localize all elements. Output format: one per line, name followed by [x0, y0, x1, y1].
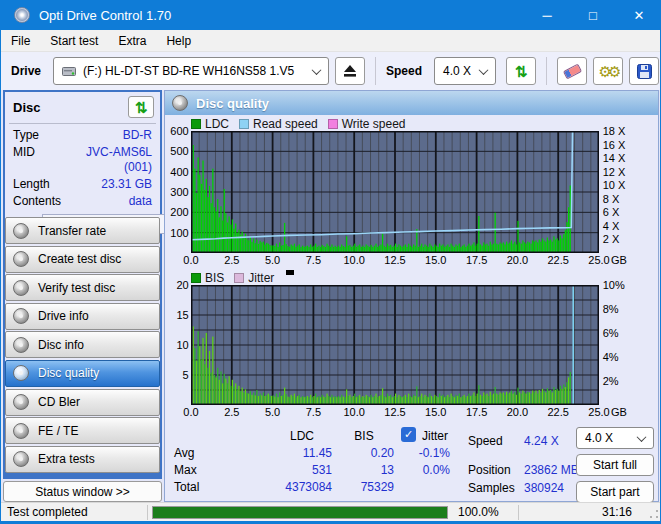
legend-label: Write speed: [342, 117, 406, 131]
start-full-button[interactable]: Start full: [576, 454, 654, 476]
max-row-label: Max: [174, 463, 197, 477]
avg-jitter: -0.1%: [390, 446, 450, 460]
close-button[interactable]: ✕: [616, 0, 661, 30]
eject-button[interactable]: [335, 57, 365, 85]
disc-icon: [13, 280, 29, 296]
disc-icon: [13, 394, 29, 410]
sidebar-item-drive-info[interactable]: Drive info: [5, 303, 160, 330]
maximize-button[interactable]: □: [570, 0, 616, 30]
sidebar-item-label: Disc info: [38, 338, 84, 352]
bis-column-header: BIS: [334, 429, 394, 443]
sidebar-item-cd-bler[interactable]: CD Bler: [5, 389, 160, 416]
speed-select[interactable]: 4.0 X: [434, 57, 496, 85]
sidebar-item-fe-te[interactable]: FE / TE: [5, 417, 160, 444]
chart2-left-axis: 2015105: [165, 285, 191, 405]
menu-extra[interactable]: Extra: [108, 30, 156, 52]
disc-contents-label: Contents: [13, 194, 75, 209]
sidebar-item-disc-quality[interactable]: Disc quality: [5, 360, 160, 387]
legend-label: Read speed: [253, 117, 318, 131]
left-tick-label: 5: [183, 369, 189, 381]
disc-icon: [13, 423, 29, 439]
speed-value: 4.0 X: [443, 64, 480, 78]
disc-refresh-button[interactable]: ⇅: [128, 96, 154, 118]
sidebar-item-label: Transfer rate: [38, 224, 106, 238]
sidebar-item-transfer-rate[interactable]: Transfer rate: [5, 217, 160, 244]
chart2-right-axis: 10%8%6%4%2%: [599, 285, 658, 405]
settings-button[interactable]: ⚙⚙: [593, 57, 623, 85]
disc-quality-panel: Disc quality LDCRead speedWrite speed 60…: [164, 90, 659, 502]
start-part-button[interactable]: Start part: [576, 481, 654, 503]
sidebar-item-label: CD Bler: [38, 395, 80, 409]
resize-grip-icon[interactable]: [648, 508, 660, 520]
sidebar-item-label: Create test disc: [38, 252, 121, 266]
avg-row-label: Avg: [174, 446, 194, 460]
max-ldc: 531: [272, 463, 332, 477]
status-window-button[interactable]: Status window >>: [3, 481, 162, 502]
refresh-button[interactable]: ⇅: [506, 57, 536, 85]
x-tick-label: 15.0: [419, 406, 453, 418]
total-bis: 75329: [334, 480, 394, 494]
chevron-down-icon: [637, 432, 647, 442]
right-tick-label: 14 X: [603, 152, 626, 164]
sidebar-item-disc-info[interactable]: Disc info: [5, 331, 160, 358]
x-tick-label: 7.5: [296, 406, 330, 418]
disc-icon: [13, 337, 29, 353]
ldc-column-header: LDC: [272, 429, 332, 443]
erase-disc-button[interactable]: [557, 57, 587, 85]
eject-icon: [343, 65, 357, 77]
left-tick-label: 200: [170, 206, 188, 218]
divider: [9, 123, 156, 124]
right-tick-label: 10 X: [603, 179, 626, 191]
left-tick-label: 10: [176, 339, 188, 351]
test-speed-select[interactable]: 4.0 X: [576, 427, 654, 449]
legend-label: BIS: [205, 271, 224, 285]
disc-icon: [13, 223, 29, 239]
chevron-down-icon: [312, 65, 322, 75]
right-tick-label: 2%: [603, 375, 619, 387]
test-speed-value: 4.0 X: [585, 431, 638, 445]
eraser-icon: [562, 63, 581, 79]
menu-help[interactable]: Help: [156, 30, 201, 52]
sidebar-item-verify-test-disc[interactable]: Verify test disc: [5, 274, 160, 301]
ldc-swatch: [191, 119, 201, 129]
menu-start-test[interactable]: Start test: [40, 30, 108, 52]
refresh-arrows-icon: ⇅: [135, 100, 148, 115]
x-tick-label: 0.0: [174, 254, 208, 266]
sidebar: Transfer rate Create test disc Verify te…: [3, 216, 162, 474]
menu-file[interactable]: File: [1, 30, 40, 52]
left-tick-label: 100: [170, 227, 188, 239]
left-tick-label: 500: [170, 145, 188, 157]
max-jitter: 0.0%: [390, 463, 450, 477]
right-tick-label: 6 X: [603, 206, 620, 218]
sidebar-item-create-test-disc[interactable]: Create test disc: [5, 246, 160, 273]
sidebar-item-extra-tests[interactable]: Extra tests: [5, 446, 160, 473]
speed-label: Speed: [386, 64, 422, 78]
x-tick-label: 2.5: [215, 254, 249, 266]
right-tick-label: 2 X: [603, 233, 620, 245]
x-tick-label: 15.0: [419, 254, 453, 266]
elapsed-time: 31:16: [602, 505, 648, 519]
x-tick-label: 17.5: [460, 406, 494, 418]
left-tick-label: 20: [176, 279, 188, 291]
legend-label: LDC: [205, 117, 229, 131]
right-tick-label: 18 X: [603, 125, 626, 137]
x-tick-label: 2.5: [215, 406, 249, 418]
x-tick-label: 12.5: [378, 254, 412, 266]
save-button[interactable]: [629, 57, 659, 85]
chart1-legend: LDCRead speedWrite speed: [191, 116, 658, 131]
right-tick-label: 8 X: [603, 193, 620, 205]
drive-select[interactable]: (F:) HL-DT-ST BD-RE WH16NS58 1.V5: [53, 57, 329, 85]
left-tick-label: 300: [170, 186, 188, 198]
position-label: Position: [468, 463, 511, 477]
minimize-button[interactable]: ─: [524, 0, 570, 30]
x-tick-label: 25.0: [582, 254, 616, 266]
write-speed-swatch: [328, 119, 338, 129]
statusbar-separator: [518, 505, 519, 520]
jitter-checkbox[interactable]: ✓: [401, 427, 416, 442]
x-tick-label: 5.0: [256, 406, 290, 418]
read-speed-swatch: [239, 119, 249, 129]
progress-percent: 100.0%: [452, 505, 518, 519]
disc-icon: [172, 95, 188, 111]
left-tick-label: 600: [170, 125, 188, 137]
refresh-arrows-icon: ⇅: [515, 64, 528, 79]
